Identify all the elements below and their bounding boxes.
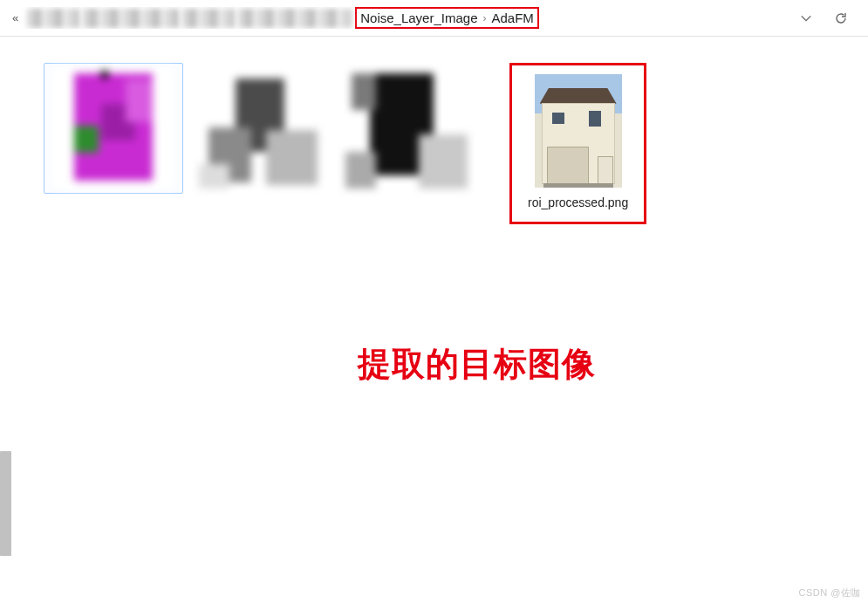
breadcrumb[interactable]: « Noise_Layer_Image › AdaFM (7, 7, 786, 29)
breadcrumb-blurred-segment (182, 9, 235, 28)
file-row: roi_processed.png (44, 63, 868, 224)
breadcrumb-segment-adafm[interactable]: AdaFM (491, 10, 533, 25)
file-item-blurred[interactable] (190, 63, 330, 192)
thumbnail-icon (52, 67, 174, 189)
file-grid: roi_processed.png 提取的目标图像 (0, 37, 868, 603)
breadcrumb-blurred-segment (27, 9, 79, 28)
thumbnail-icon (535, 74, 622, 188)
breadcrumb-overflow[interactable]: « (7, 11, 24, 24)
breadcrumb-actions (786, 10, 861, 26)
breadcrumb-blurred-segment (83, 9, 179, 28)
file-item-blurred[interactable] (337, 63, 476, 192)
breadcrumb-segment-noise-layer-image[interactable]: Noise_Layer_Image (360, 10, 477, 25)
refresh-icon[interactable] (833, 10, 849, 26)
chevron-right-icon: › (482, 12, 486, 24)
file-item-roi-processed[interactable]: roi_processed.png (509, 63, 646, 224)
thumbnail-icon (199, 66, 321, 188)
breadcrumb-highlighted: Noise_Layer_Image › AdaFM (355, 7, 539, 29)
file-item-blurred[interactable] (44, 63, 183, 194)
scrollbar-thumb[interactable] (0, 451, 11, 556)
chevron-down-icon[interactable] (798, 10, 814, 26)
breadcrumb-bar: « Noise_Layer_Image › AdaFM (0, 0, 868, 37)
watermark: CSDN @佐咖 (799, 586, 861, 600)
thumbnail-icon (345, 66, 468, 188)
breadcrumb-blurred-segment (238, 9, 352, 28)
file-label: roi_processed.png (528, 195, 628, 211)
annotation-label: 提取的目标图像 (358, 342, 596, 387)
